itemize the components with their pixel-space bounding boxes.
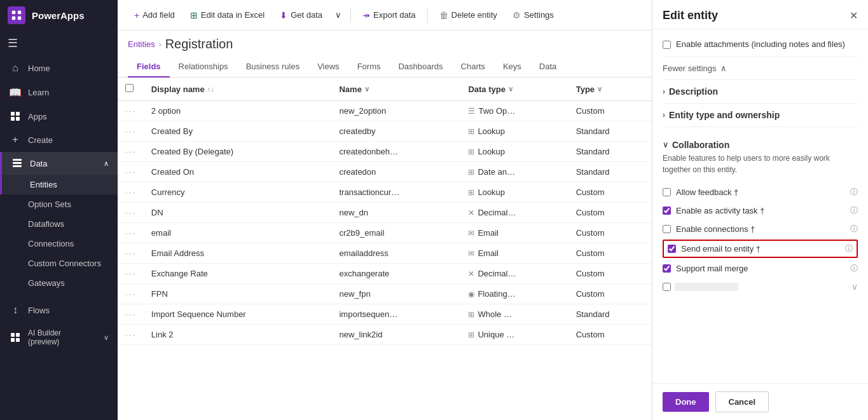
main-area: + Add field ⊞ Edit data in Excel ⬇ Get d…	[118, 0, 652, 420]
tab-fields[interactable]: Fields	[128, 57, 170, 78]
row-dots[interactable]: ···	[125, 147, 136, 156]
enable-connections-checkbox[interactable]	[663, 225, 671, 233]
row-dots[interactable]: ···	[125, 330, 136, 339]
sidebar-item-apps[interactable]: Apps	[0, 105, 118, 128]
get-data-button[interactable]: ⬇ Get data	[273, 6, 329, 24]
extra-checkbox[interactable]	[663, 283, 671, 291]
tabs-bar: Fields Relationships Business rules View…	[118, 51, 652, 78]
sidebar-item-entities[interactable]: Entities	[0, 175, 118, 194]
edit-entity-panel: Edit entity ✕ Enable attachments (includ…	[652, 0, 868, 420]
allow-feedback-checkbox[interactable]	[663, 188, 671, 196]
done-button[interactable]: Done	[663, 392, 709, 412]
tab-dashboards[interactable]: Dashboards	[389, 57, 451, 78]
panel-footer: Done Cancel	[652, 383, 868, 420]
sidebar-item-data[interactable]: Data ∧	[0, 152, 118, 175]
get-data-dropdown-button[interactable]: ∨	[331, 6, 345, 24]
row-name: cr2b9_email	[331, 223, 460, 243]
edit-excel-button[interactable]: ⊞ Edit data in Excel	[184, 6, 271, 24]
sidebar-item-custom-connectors[interactable]: Custom Connectors	[0, 254, 118, 273]
sidebar-item-label: Create	[28, 135, 109, 145]
sort-icon[interactable]: ↑↓	[207, 85, 214, 93]
sidebar-item-gateways[interactable]: Gateways	[0, 273, 118, 293]
mail-merge-info-icon[interactable]: ⓘ	[850, 263, 858, 274]
row-dots[interactable]: ···	[125, 167, 136, 177]
table-row: ··· Created By createdby ⊞ Lookup Standa…	[118, 121, 652, 142]
table-row: ··· FPN new_fpn ◉ Floating… Custom	[118, 284, 652, 304]
panel-title: Edit entity	[663, 9, 718, 22]
row-display-name: DN	[144, 203, 332, 223]
svg-rect-13	[11, 338, 15, 342]
add-field-button[interactable]: + Add field	[128, 6, 181, 24]
fewer-settings-toggle[interactable]: Fewer settings ∧	[663, 57, 858, 80]
row-data-type: ✉ Email	[460, 243, 568, 264]
sidebar-item-flows[interactable]: ↕ Flows	[0, 298, 118, 322]
entity-type-section: › Entity type and ownership	[663, 104, 858, 127]
row-dots[interactable]: ···	[125, 309, 136, 319]
row-checkbox-cell: ···	[118, 182, 144, 203]
connections-info-icon[interactable]: ⓘ	[850, 224, 858, 234]
row-checkbox-cell: ···	[118, 101, 144, 121]
sidebar-item-home[interactable]: ⌂ Home	[0, 56, 118, 80]
delete-entity-icon: 🗑	[439, 10, 448, 20]
svg-rect-0	[12, 11, 15, 14]
activity-task-info-icon[interactable]: ⓘ	[850, 205, 858, 216]
row-display-name: Created By	[144, 121, 332, 142]
panel-header: Edit entity ✕	[652, 0, 868, 29]
entity-type-section-header[interactable]: › Entity type and ownership	[663, 104, 858, 126]
row-type: Custom	[568, 264, 652, 284]
allow-feedback-info-icon[interactable]: ⓘ	[850, 187, 858, 198]
tab-data[interactable]: Data	[530, 57, 565, 78]
enable-attachments-checkbox[interactable]	[663, 41, 671, 49]
send-email-info-icon[interactable]: ⓘ	[845, 243, 853, 254]
select-all-checkbox[interactable]	[125, 84, 134, 92]
delete-entity-button[interactable]: 🗑 Delete entity	[433, 6, 504, 24]
delete-entity-label: Delete entity	[451, 10, 497, 20]
export-data-button[interactable]: ↠ Export data	[356, 6, 422, 24]
row-dots[interactable]: ···	[125, 228, 136, 238]
table-row: ··· Link 2 new_link2id ⊞ Unique … Custom	[118, 325, 652, 345]
support-mail-merge-checkbox[interactable]	[663, 264, 671, 273]
tab-relationships[interactable]: Relationships	[170, 57, 237, 78]
row-dots[interactable]: ···	[125, 248, 136, 258]
data-type-icon: ⊞	[468, 127, 474, 136]
tab-charts[interactable]: Charts	[452, 57, 494, 78]
row-dots[interactable]: ···	[125, 187, 136, 197]
row-dots[interactable]: ···	[125, 126, 136, 136]
cancel-button[interactable]: Cancel	[715, 391, 769, 412]
tab-keys[interactable]: Keys	[494, 57, 530, 78]
sidebar-item-ai-builder[interactable]: AI Builder (preview) ∨	[0, 322, 118, 353]
panel-close-button[interactable]: ✕	[850, 10, 858, 22]
fewer-settings-label: Fewer settings	[663, 64, 717, 73]
row-display-name: Created On	[144, 162, 332, 182]
collaboration-section-header[interactable]: ∨ Collaboration	[663, 133, 858, 152]
sort-icon[interactable]: ∨	[508, 85, 513, 93]
nav-items-list: ⌂ Home 📖 Learn Apps + Create Data ∧	[0, 56, 118, 420]
enable-activity-task-label: Enable as activity task †	[676, 206, 764, 215]
extra-item-placeholder	[675, 283, 738, 291]
tab-views[interactable]: Views	[308, 57, 348, 78]
row-dots[interactable]: ···	[125, 289, 136, 299]
tab-business-rules[interactable]: Business rules	[237, 57, 309, 78]
sidebar-item-learn[interactable]: 📖 Learn	[0, 80, 118, 105]
sidebar-item-connections[interactable]: Connections	[0, 234, 118, 254]
sidebar-item-dataflows[interactable]: Dataflows	[0, 214, 118, 234]
row-checkbox-cell: ···	[118, 304, 144, 325]
sort-icon[interactable]: ∨	[597, 85, 602, 93]
sidebar-item-option-sets[interactable]: Option Sets	[0, 194, 118, 214]
tab-forms[interactable]: Forms	[348, 57, 390, 78]
sort-icon[interactable]: ∨	[364, 85, 369, 93]
row-dots[interactable]: ···	[125, 208, 136, 217]
sidebar-item-create[interactable]: + Create	[0, 128, 118, 152]
settings-button[interactable]: ⚙ Settings	[506, 6, 560, 24]
row-display-name: Import Sequence Number	[144, 304, 332, 325]
svg-rect-14	[16, 338, 20, 342]
hamburger-button[interactable]: ☰	[0, 30, 118, 56]
breadcrumb-parent[interactable]: Entities	[128, 39, 155, 49]
description-section-header[interactable]: › Description	[663, 80, 858, 103]
row-checkbox-cell: ···	[118, 142, 144, 162]
row-dots[interactable]: ···	[125, 106, 136, 116]
enable-activity-task-checkbox[interactable]	[663, 207, 671, 215]
row-checkbox-cell: ···	[118, 284, 144, 304]
send-email-checkbox[interactable]	[668, 245, 676, 253]
row-dots[interactable]: ···	[125, 269, 136, 278]
